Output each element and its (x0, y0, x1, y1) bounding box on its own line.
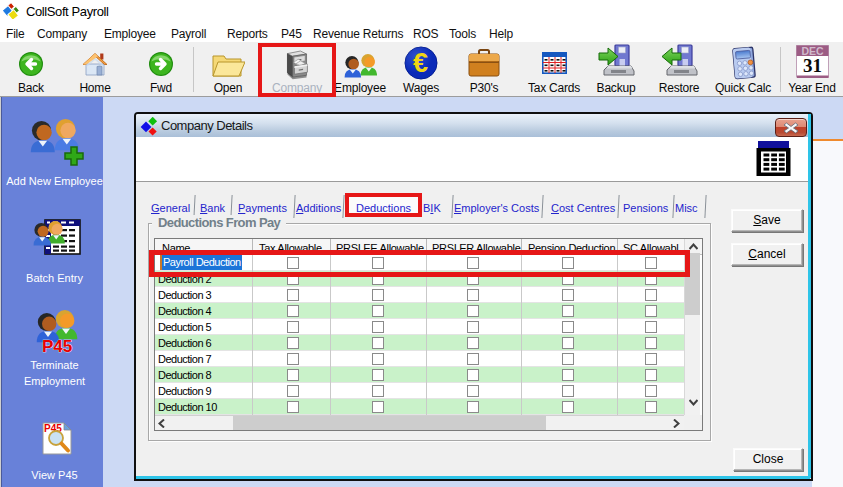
svg-text:P45: P45 (41, 337, 71, 354)
svg-text:€: € (413, 48, 428, 78)
svg-text:31: 31 (803, 55, 822, 76)
